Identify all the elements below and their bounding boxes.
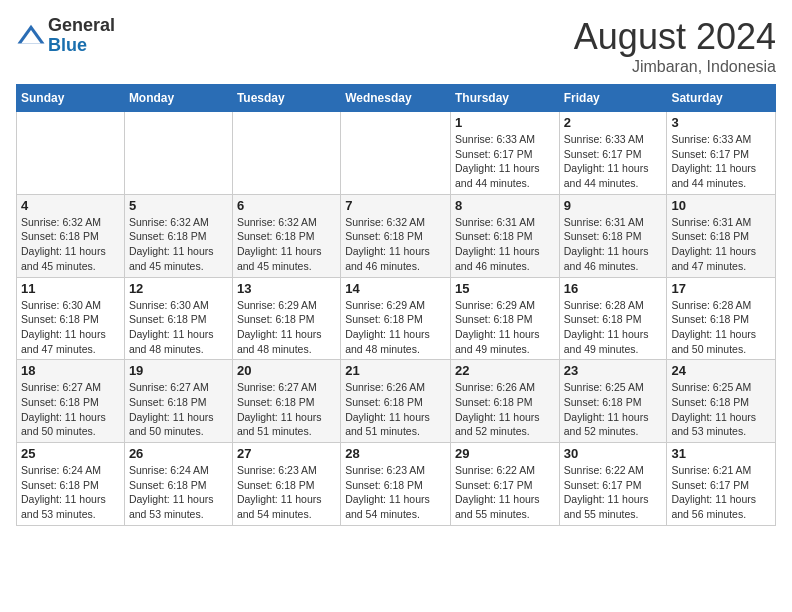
calendar-cell: 18Sunrise: 6:27 AMSunset: 6:18 PMDayligh… xyxy=(17,360,125,443)
logo-general: General xyxy=(48,16,115,36)
day-info: Sunrise: 6:33 AMSunset: 6:17 PMDaylight:… xyxy=(671,132,771,191)
day-number: 27 xyxy=(237,446,336,461)
calendar-cell: 25Sunrise: 6:24 AMSunset: 6:18 PMDayligh… xyxy=(17,443,125,526)
day-number: 14 xyxy=(345,281,446,296)
day-info: Sunrise: 6:22 AMSunset: 6:17 PMDaylight:… xyxy=(455,463,555,522)
day-info: Sunrise: 6:32 AMSunset: 6:18 PMDaylight:… xyxy=(237,215,336,274)
day-number: 6 xyxy=(237,198,336,213)
calendar-header-row: SundayMondayTuesdayWednesdayThursdayFrid… xyxy=(17,85,776,112)
day-info: Sunrise: 6:33 AMSunset: 6:17 PMDaylight:… xyxy=(455,132,555,191)
calendar-cell: 3Sunrise: 6:33 AMSunset: 6:17 PMDaylight… xyxy=(667,112,776,195)
day-number: 17 xyxy=(671,281,771,296)
calendar-cell: 11Sunrise: 6:30 AMSunset: 6:18 PMDayligh… xyxy=(17,277,125,360)
day-info: Sunrise: 6:28 AMSunset: 6:18 PMDaylight:… xyxy=(671,298,771,357)
day-number: 12 xyxy=(129,281,228,296)
day-number: 8 xyxy=(455,198,555,213)
day-number: 31 xyxy=(671,446,771,461)
day-of-week-header: Sunday xyxy=(17,85,125,112)
calendar-cell: 26Sunrise: 6:24 AMSunset: 6:18 PMDayligh… xyxy=(124,443,232,526)
day-number: 25 xyxy=(21,446,120,461)
day-number: 9 xyxy=(564,198,663,213)
day-number: 26 xyxy=(129,446,228,461)
day-info: Sunrise: 6:27 AMSunset: 6:18 PMDaylight:… xyxy=(129,380,228,439)
day-info: Sunrise: 6:30 AMSunset: 6:18 PMDaylight:… xyxy=(21,298,120,357)
day-info: Sunrise: 6:22 AMSunset: 6:17 PMDaylight:… xyxy=(564,463,663,522)
calendar-cell: 4Sunrise: 6:32 AMSunset: 6:18 PMDaylight… xyxy=(17,194,125,277)
month-year: August 2024 xyxy=(574,16,776,58)
day-info: Sunrise: 6:31 AMSunset: 6:18 PMDaylight:… xyxy=(671,215,771,274)
day-info: Sunrise: 6:32 AMSunset: 6:18 PMDaylight:… xyxy=(345,215,446,274)
calendar-cell: 10Sunrise: 6:31 AMSunset: 6:18 PMDayligh… xyxy=(667,194,776,277)
calendar-cell: 23Sunrise: 6:25 AMSunset: 6:18 PMDayligh… xyxy=(559,360,667,443)
day-number: 15 xyxy=(455,281,555,296)
calendar-cell: 19Sunrise: 6:27 AMSunset: 6:18 PMDayligh… xyxy=(124,360,232,443)
day-number: 3 xyxy=(671,115,771,130)
calendar-cell: 9Sunrise: 6:31 AMSunset: 6:18 PMDaylight… xyxy=(559,194,667,277)
day-info: Sunrise: 6:21 AMSunset: 6:17 PMDaylight:… xyxy=(671,463,771,522)
day-number: 13 xyxy=(237,281,336,296)
day-number: 24 xyxy=(671,363,771,378)
calendar-cell: 15Sunrise: 6:29 AMSunset: 6:18 PMDayligh… xyxy=(450,277,559,360)
day-number: 11 xyxy=(21,281,120,296)
calendar-cell: 6Sunrise: 6:32 AMSunset: 6:18 PMDaylight… xyxy=(232,194,340,277)
title-block: August 2024 Jimbaran, Indonesia xyxy=(574,16,776,76)
day-info: Sunrise: 6:29 AMSunset: 6:18 PMDaylight:… xyxy=(345,298,446,357)
calendar-cell: 29Sunrise: 6:22 AMSunset: 6:17 PMDayligh… xyxy=(450,443,559,526)
day-info: Sunrise: 6:23 AMSunset: 6:18 PMDaylight:… xyxy=(345,463,446,522)
calendar-cell: 27Sunrise: 6:23 AMSunset: 6:18 PMDayligh… xyxy=(232,443,340,526)
calendar-table: SundayMondayTuesdayWednesdayThursdayFrid… xyxy=(16,84,776,526)
calendar-cell: 7Sunrise: 6:32 AMSunset: 6:18 PMDaylight… xyxy=(341,194,451,277)
logo-text: General Blue xyxy=(48,16,115,56)
day-info: Sunrise: 6:32 AMSunset: 6:18 PMDaylight:… xyxy=(21,215,120,274)
day-number: 28 xyxy=(345,446,446,461)
day-info: Sunrise: 6:30 AMSunset: 6:18 PMDaylight:… xyxy=(129,298,228,357)
day-number: 23 xyxy=(564,363,663,378)
calendar-cell: 31Sunrise: 6:21 AMSunset: 6:17 PMDayligh… xyxy=(667,443,776,526)
calendar-cell: 1Sunrise: 6:33 AMSunset: 6:17 PMDaylight… xyxy=(450,112,559,195)
calendar-week-row: 4Sunrise: 6:32 AMSunset: 6:18 PMDaylight… xyxy=(17,194,776,277)
day-info: Sunrise: 6:24 AMSunset: 6:18 PMDaylight:… xyxy=(21,463,120,522)
calendar-cell: 28Sunrise: 6:23 AMSunset: 6:18 PMDayligh… xyxy=(341,443,451,526)
calendar-cell: 13Sunrise: 6:29 AMSunset: 6:18 PMDayligh… xyxy=(232,277,340,360)
calendar-cell xyxy=(17,112,125,195)
day-of-week-header: Friday xyxy=(559,85,667,112)
day-info: Sunrise: 6:25 AMSunset: 6:18 PMDaylight:… xyxy=(671,380,771,439)
calendar-week-row: 11Sunrise: 6:30 AMSunset: 6:18 PMDayligh… xyxy=(17,277,776,360)
calendar-cell: 24Sunrise: 6:25 AMSunset: 6:18 PMDayligh… xyxy=(667,360,776,443)
calendar-cell: 20Sunrise: 6:27 AMSunset: 6:18 PMDayligh… xyxy=(232,360,340,443)
day-number: 4 xyxy=(21,198,120,213)
day-of-week-header: Saturday xyxy=(667,85,776,112)
calendar-cell: 12Sunrise: 6:30 AMSunset: 6:18 PMDayligh… xyxy=(124,277,232,360)
day-number: 20 xyxy=(237,363,336,378)
calendar-cell xyxy=(232,112,340,195)
day-number: 16 xyxy=(564,281,663,296)
day-info: Sunrise: 6:26 AMSunset: 6:18 PMDaylight:… xyxy=(345,380,446,439)
day-number: 5 xyxy=(129,198,228,213)
calendar-cell: 21Sunrise: 6:26 AMSunset: 6:18 PMDayligh… xyxy=(341,360,451,443)
day-info: Sunrise: 6:29 AMSunset: 6:18 PMDaylight:… xyxy=(455,298,555,357)
day-number: 29 xyxy=(455,446,555,461)
day-number: 10 xyxy=(671,198,771,213)
day-number: 19 xyxy=(129,363,228,378)
day-number: 22 xyxy=(455,363,555,378)
calendar-cell xyxy=(341,112,451,195)
calendar-cell: 30Sunrise: 6:22 AMSunset: 6:17 PMDayligh… xyxy=(559,443,667,526)
day-number: 1 xyxy=(455,115,555,130)
calendar-week-row: 18Sunrise: 6:27 AMSunset: 6:18 PMDayligh… xyxy=(17,360,776,443)
day-number: 21 xyxy=(345,363,446,378)
logo-icon xyxy=(16,21,46,51)
day-info: Sunrise: 6:31 AMSunset: 6:18 PMDaylight:… xyxy=(564,215,663,274)
calendar-cell: 17Sunrise: 6:28 AMSunset: 6:18 PMDayligh… xyxy=(667,277,776,360)
day-info: Sunrise: 6:24 AMSunset: 6:18 PMDaylight:… xyxy=(129,463,228,522)
calendar-cell: 2Sunrise: 6:33 AMSunset: 6:17 PMDaylight… xyxy=(559,112,667,195)
day-info: Sunrise: 6:27 AMSunset: 6:18 PMDaylight:… xyxy=(237,380,336,439)
day-info: Sunrise: 6:27 AMSunset: 6:18 PMDaylight:… xyxy=(21,380,120,439)
calendar-cell: 5Sunrise: 6:32 AMSunset: 6:18 PMDaylight… xyxy=(124,194,232,277)
calendar-cell: 8Sunrise: 6:31 AMSunset: 6:18 PMDaylight… xyxy=(450,194,559,277)
day-number: 30 xyxy=(564,446,663,461)
calendar-week-row: 25Sunrise: 6:24 AMSunset: 6:18 PMDayligh… xyxy=(17,443,776,526)
day-info: Sunrise: 6:28 AMSunset: 6:18 PMDaylight:… xyxy=(564,298,663,357)
day-number: 7 xyxy=(345,198,446,213)
day-of-week-header: Monday xyxy=(124,85,232,112)
calendar-cell: 16Sunrise: 6:28 AMSunset: 6:18 PMDayligh… xyxy=(559,277,667,360)
